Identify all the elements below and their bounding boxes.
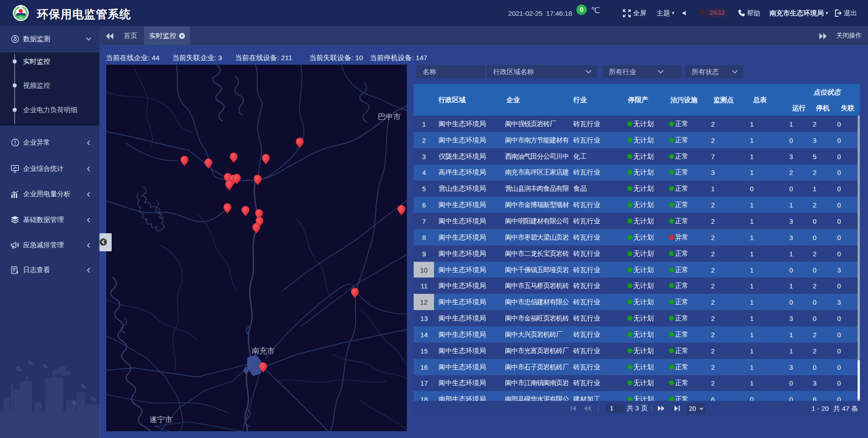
svg-text:南充市: 南充市 [252, 347, 275, 355]
svg-text:遂宁市: 遂宁市 [150, 415, 173, 424]
svg-text:巴中市: 巴中市 [378, 113, 401, 121]
